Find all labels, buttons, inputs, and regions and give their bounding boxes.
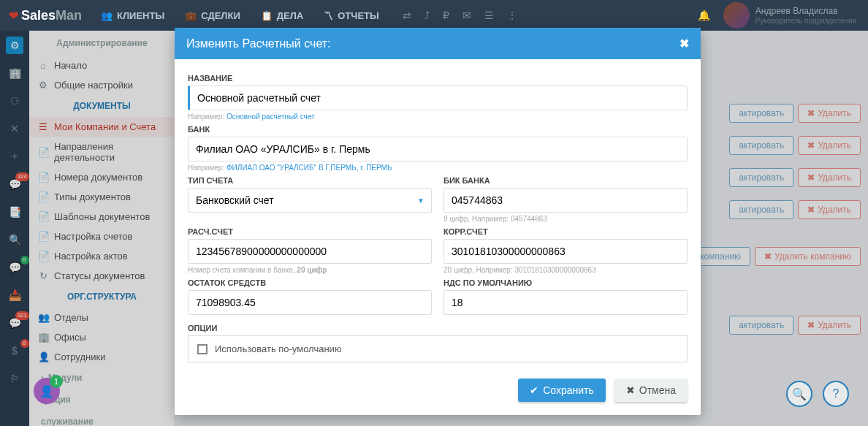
check-icon: ✔ bbox=[530, 384, 538, 396]
chevron-down-icon: ▼ bbox=[417, 197, 425, 205]
bik-hint: 9 цифр, Например: 045744863 bbox=[443, 215, 688, 223]
users-icon: 👥 bbox=[101, 10, 113, 21]
fab-badge: 1 bbox=[50, 375, 63, 388]
ruble-icon[interactable]: ₽ bbox=[443, 9, 449, 21]
fab-button[interactable]: 👤 1 bbox=[34, 378, 60, 404]
user-name: Андреев Владислав bbox=[755, 6, 856, 16]
top-navbar: ❤ SalesMan 👥КЛИЕНТЫ 💼СДЕЛКИ 📋ДЕЛА 〽ОТЧЕТ… bbox=[0, 0, 868, 31]
logo[interactable]: ❤ SalesMan bbox=[0, 8, 91, 23]
cancel-button[interactable]: ✖Отмена bbox=[614, 379, 688, 402]
mail-icon[interactable]: ✉ bbox=[462, 9, 471, 21]
bank-hint: Например: ФИЛИАЛ ОАО "УРАЛСИБ" В Г.ПЕРМЬ… bbox=[188, 164, 688, 172]
close-icon[interactable]: ✖ bbox=[679, 37, 689, 50]
question-icon: ? bbox=[833, 387, 840, 400]
name-input[interactable] bbox=[188, 85, 688, 110]
bell-icon[interactable]: 🔔 bbox=[698, 9, 710, 21]
user-block[interactable]: Андреев Владислав Руководитель подраздел… bbox=[723, 2, 868, 28]
save-button[interactable]: ✔Сохранить bbox=[518, 379, 606, 402]
balance-label: ОСТАТОК СРЕДСТВ bbox=[188, 278, 432, 287]
options-label: ОПЦИИ bbox=[188, 324, 688, 332]
name-label: НАЗВАНИЕ bbox=[188, 74, 688, 83]
ks-hint: 20 цифр, Например: 30101810300000000863 bbox=[443, 266, 688, 274]
heart-icon: ❤ bbox=[9, 9, 18, 23]
clipboard-icon: 📋 bbox=[261, 10, 273, 21]
search-icon: 🔍 bbox=[792, 387, 807, 401]
modal-title: Изменить Расчетный счет: bbox=[186, 37, 331, 50]
chart-icon: 〽 bbox=[324, 10, 333, 21]
bank-input[interactable] bbox=[188, 137, 688, 161]
checkbox-icon bbox=[197, 344, 208, 354]
ks-label: КОРР.СЧЕТ bbox=[443, 227, 688, 236]
type-select[interactable] bbox=[188, 188, 432, 213]
help-button[interactable]: ? bbox=[823, 381, 849, 407]
modal-header: Изменить Расчетный счет: ✖ bbox=[175, 28, 701, 59]
user-role: Руководитель подразделения bbox=[755, 17, 856, 25]
nav-deals[interactable]: 💼СДЕЛКИ bbox=[175, 0, 251, 31]
search-circle-button[interactable]: 🔍 bbox=[786, 381, 812, 407]
rs-input[interactable] bbox=[188, 239, 432, 264]
briefcase-icon: 💼 bbox=[185, 10, 197, 21]
layers-icon[interactable]: ☰ bbox=[484, 9, 494, 21]
nav-reports[interactable]: 〽ОТЧЕТЫ bbox=[313, 0, 389, 31]
rs-hint: Номер счета компании в банке, 20 цифр bbox=[188, 266, 432, 274]
nav-tasks[interactable]: 📋ДЕЛА bbox=[251, 0, 313, 31]
ks-input[interactable] bbox=[443, 239, 688, 264]
vat-input[interactable] bbox=[443, 290, 688, 315]
use-default-checkbox[interactable]: Использовать по-умолчанию bbox=[188, 335, 688, 362]
balance-input[interactable] bbox=[188, 290, 432, 315]
type-label: ТИП СЧЕТА bbox=[188, 176, 432, 185]
bank-label: БАНК bbox=[188, 125, 688, 134]
use-default-label: Использовать по-умолчанию bbox=[215, 343, 342, 354]
shuffle-icon[interactable]: ⇄ bbox=[403, 9, 411, 21]
bik-label: БИК БАНКА bbox=[443, 176, 688, 185]
name-hint: Например: Основной расчетный счет bbox=[188, 113, 688, 121]
nav-clients[interactable]: 👥КЛИЕНТЫ bbox=[91, 0, 175, 31]
avatar bbox=[723, 2, 750, 28]
more-icon[interactable]: ⋮ bbox=[507, 9, 517, 21]
rs-label: РАСЧ.СЧЕТ bbox=[188, 227, 432, 236]
close-icon: ✖ bbox=[626, 384, 635, 396]
share-icon[interactable]: ⤴ bbox=[425, 9, 430, 21]
bik-input[interactable] bbox=[443, 188, 688, 213]
vat-label: НДС ПО УМОЛЧАНИЮ bbox=[443, 278, 688, 287]
edit-account-modal: Изменить Расчетный счет: ✖ НАЗВАНИЕ Напр… bbox=[175, 28, 701, 415]
